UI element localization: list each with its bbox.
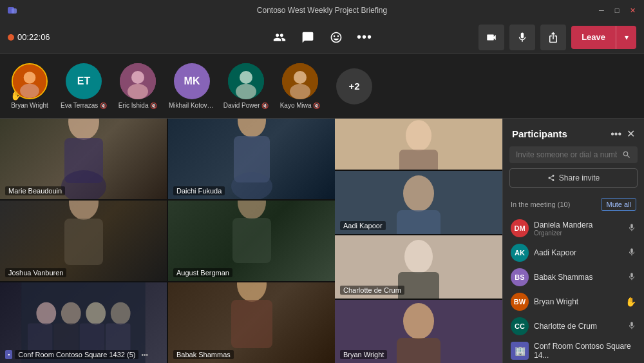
video-cell-august: August Bergman xyxy=(168,201,335,281)
avatar-aadi: AK xyxy=(511,244,529,262)
participant-name-bryan-panel: Bryan Wright xyxy=(534,297,620,306)
participant-info-babak: Babak Shammas xyxy=(534,273,622,282)
mic-icon-daniela xyxy=(627,223,636,234)
leave-chevron-icon[interactable]: ▾ xyxy=(616,26,636,49)
strip-name-eva: Eva Terrazas 🔇 xyxy=(61,102,107,109)
video-label-confroom: Conf Room Contoso Square 1432 (5) xyxy=(15,350,138,359)
svg-point-9 xyxy=(240,71,252,84)
search-bar[interactable] xyxy=(509,146,638,163)
svg-point-26 xyxy=(61,302,81,325)
overflow-button[interactable]: +2 xyxy=(336,68,372,104)
svg-point-4 xyxy=(20,84,39,98)
panel-more-icon[interactable]: ••• xyxy=(611,128,621,140)
strip-participant-kayo[interactable]: Kayo Miwa 🔇 xyxy=(277,63,323,109)
reactions-icon-btn[interactable] xyxy=(323,25,349,50)
mic-icon-aadi xyxy=(627,248,636,259)
svg-point-3 xyxy=(24,72,36,84)
participant-name-babak: Babak Shammas xyxy=(534,273,622,282)
strip-participant-mikhail[interactable]: MK Mikhail Kotov 🔇 xyxy=(169,63,215,109)
video-label-bryan-featured: Bryan Wright xyxy=(340,350,387,359)
svg-rect-43 xyxy=(398,272,439,299)
strip-name-bryan: Bryan Wright xyxy=(11,102,48,109)
mic-icon-charlotte xyxy=(627,321,636,332)
svg-point-19 xyxy=(231,172,272,199)
svg-rect-1 xyxy=(12,8,17,14)
avatar-charlotte: CC xyxy=(511,317,529,335)
toolbar-center: ••• xyxy=(267,25,377,50)
strip-participant-david[interactable]: David Power 🔇 xyxy=(223,63,269,109)
raised-hand-icon: ✋ xyxy=(10,90,21,101)
recording-time: 00:22:06 xyxy=(17,32,50,42)
participant-info-confroom: Conf Room Contoso Square 14... xyxy=(534,342,636,360)
participant-strip: ✋ Bryan Wright ET Eva Terrazas 🔇 Eric Is… xyxy=(0,54,644,119)
panel-close-icon[interactable]: ✕ xyxy=(627,128,635,140)
participant-name-confroom: Conf Room Contoso Square 14... xyxy=(534,342,636,360)
close-button[interactable]: ✕ xyxy=(627,5,638,15)
featured-cell-bryan: Bryan Wright xyxy=(335,300,502,363)
svg-rect-34 xyxy=(231,300,272,348)
window-title: Contoso West Weekly Project Briefing xyxy=(257,6,387,15)
confroom-icon: 🏢 xyxy=(511,342,529,360)
strip-participant-eric[interactable]: Eric Ishida 🔇 xyxy=(115,63,161,109)
participant-row-aadi[interactable]: AK Aadi Kapoor xyxy=(503,240,644,265)
main-content: Marie Beaudouin Daichi Fukuda Joshua Van… xyxy=(0,119,644,363)
svg-point-13 xyxy=(290,84,310,99)
minimize-button[interactable]: ─ xyxy=(596,5,607,15)
participants-panel: Participants ••• ✕ Share invite In the m… xyxy=(502,119,644,363)
video-label-babak: Babak Shammas xyxy=(173,350,234,359)
toolbar-right: Leave ▾ xyxy=(377,25,636,50)
share-invite-button[interactable]: Share invite xyxy=(509,168,638,188)
microphone-button[interactable] xyxy=(509,25,535,50)
chat-icon-btn[interactable] xyxy=(295,25,321,50)
search-input[interactable] xyxy=(516,150,617,159)
featured-cell-top xyxy=(335,119,502,170)
participant-row-babak[interactable]: BS Babak Shammas xyxy=(503,265,644,289)
video-label-charlotte-featured: Charlotte de Crum xyxy=(340,286,404,295)
share-invite-icon xyxy=(547,174,555,182)
people-icon-btn[interactable] xyxy=(267,25,292,50)
participant-name-charlotte: Charlotte de Crum xyxy=(534,322,622,331)
participant-info-bryan: Bryan Wright xyxy=(534,297,620,306)
panel-header: Participants ••• ✕ xyxy=(503,119,644,146)
svg-point-27 xyxy=(86,302,106,325)
svg-rect-46 xyxy=(397,338,440,363)
participant-row-daniela[interactable]: DM Daniela Mandera Organizer xyxy=(503,216,644,240)
participant-row-confroom[interactable]: 🏢 Conf Room Contoso Square 14... xyxy=(503,338,644,363)
avatar-eric xyxy=(120,63,156,99)
participant-name-daniela: Daniela Mandera xyxy=(534,221,622,230)
camera-button[interactable] xyxy=(478,25,504,50)
avatar-daniela: DM xyxy=(511,219,529,237)
mute-all-button[interactable]: Mute all xyxy=(601,198,636,211)
strip-overflow[interactable]: +2 xyxy=(331,68,377,104)
window-controls[interactable]: ─ □ ✕ xyxy=(596,5,638,15)
participant-row-charlotte[interactable]: CC Charlotte de Crum xyxy=(503,314,644,338)
avatar-eva: ET xyxy=(66,63,102,99)
strip-participant-bryan[interactable]: ✋ Bryan Wright xyxy=(6,63,53,109)
svg-point-6 xyxy=(131,71,144,84)
featured-panel: Aadi Kapoor Charlotte de Crum Bryan Wrig… xyxy=(335,119,502,363)
featured-cell-aadi: Aadi Kapoor xyxy=(335,171,502,234)
svg-point-39 xyxy=(403,175,434,211)
leave-button[interactable]: Leave ▾ xyxy=(571,26,636,49)
svg-point-42 xyxy=(404,240,433,273)
video-label-august: August Bergman xyxy=(173,268,232,277)
video-label-daichi: Daichi Fukuda xyxy=(173,186,225,195)
svg-point-36 xyxy=(406,120,431,151)
svg-rect-37 xyxy=(399,150,438,169)
in-meeting-label: In the meeting (10) xyxy=(511,201,570,208)
svg-point-12 xyxy=(294,71,307,84)
svg-point-20 xyxy=(69,201,99,220)
svg-rect-23 xyxy=(232,218,271,263)
strip-participant-eva[interactable]: ET Eva Terrazas 🔇 xyxy=(61,63,107,109)
panel-actions: ••• ✕ xyxy=(611,128,635,140)
panel-title: Participants xyxy=(512,128,567,139)
leave-label[interactable]: Leave xyxy=(571,26,616,49)
svg-point-45 xyxy=(403,303,434,339)
participant-row-bryan-panel[interactable]: BW Bryan Wright ✋ xyxy=(503,289,644,314)
svg-point-33 xyxy=(237,282,267,302)
svg-point-10 xyxy=(236,84,256,99)
share-button[interactable] xyxy=(540,25,566,50)
avatar-david xyxy=(228,63,264,99)
maximize-button[interactable]: □ xyxy=(612,5,622,15)
more-icon-btn[interactable]: ••• xyxy=(352,25,377,50)
